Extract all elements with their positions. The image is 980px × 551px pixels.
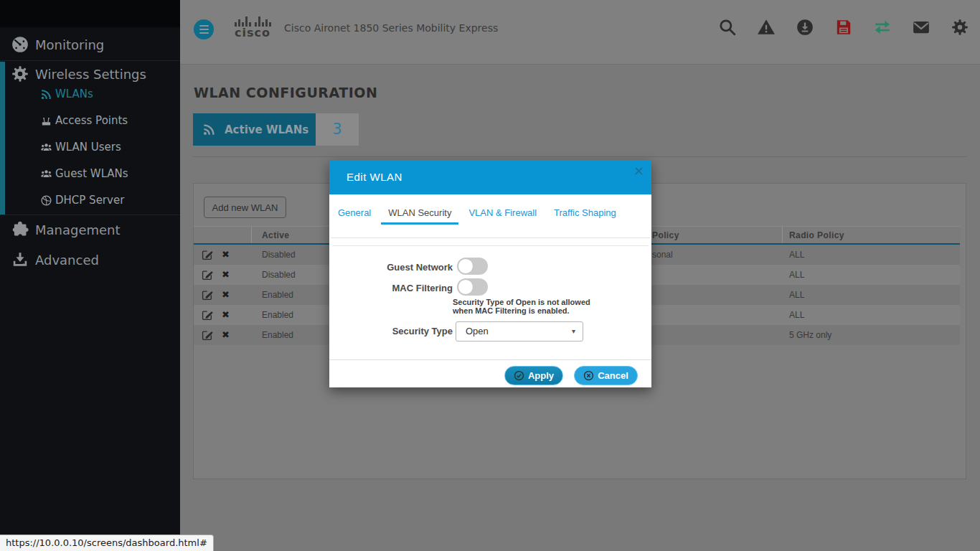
header-radio-policy: Radio Policy bbox=[783, 227, 960, 243]
rss-icon bbox=[40, 88, 52, 100]
sidebar-item-guest-wlans[interactable]: Guest WLANs bbox=[0, 164, 180, 184]
mail-icon[interactable] bbox=[912, 18, 930, 37]
top-action-icons bbox=[718, 18, 969, 37]
edit-wlan-icon[interactable] bbox=[202, 249, 213, 260]
sidebar-item-monitoring[interactable]: Monitoring bbox=[0, 32, 180, 57]
sidebar-item-label: Management bbox=[35, 222, 121, 237]
tab-label: Active WLANs bbox=[225, 123, 308, 136]
users-icon bbox=[40, 168, 52, 180]
tab-vlan-firewall[interactable]: VLAN & Firewall bbox=[461, 205, 544, 225]
sidebar-item-label: Wireless Settings bbox=[35, 67, 146, 82]
security-type-label: Security Type bbox=[329, 326, 453, 336]
edit-wlan-icon[interactable] bbox=[202, 289, 213, 301]
sidebar-item-dhcp-server[interactable]: DHCP Server bbox=[0, 190, 180, 210]
cell-policy bbox=[646, 325, 783, 345]
access-point-icon bbox=[40, 115, 52, 127]
security-type-value: Open bbox=[466, 326, 489, 336]
divider bbox=[331, 237, 650, 238]
add-new-wlan-button[interactable]: Add new WLAN bbox=[204, 197, 286, 218]
sidebar-item-label: WLANs bbox=[55, 88, 93, 100]
puzzle-icon bbox=[11, 220, 29, 239]
sidebar-item-management[interactable]: Management bbox=[0, 217, 180, 242]
sidebar-item-wlan-users[interactable]: WLAN Users bbox=[0, 137, 180, 157]
divider bbox=[329, 359, 651, 360]
cancel-button[interactable]: Cancel bbox=[574, 366, 638, 385]
users-icon bbox=[40, 141, 52, 154]
app-title: Cisco Aironet 1850 Series Mobility Expre… bbox=[284, 22, 498, 34]
cisco-logo-text: cisco bbox=[231, 27, 274, 39]
cell-policy bbox=[646, 285, 783, 305]
sidebar-item-label: WLAN Users bbox=[55, 141, 121, 154]
tab-traffic-shaping[interactable]: Traffic Shaping bbox=[547, 205, 623, 225]
security-warning-text: Security Type of Open is not allowed whe… bbox=[453, 298, 614, 315]
sidebar-top-strip bbox=[0, 0, 180, 27]
dhcp-icon bbox=[40, 194, 52, 207]
edit-wlan-icon[interactable] bbox=[202, 309, 213, 321]
guest-network-toggle[interactable] bbox=[457, 258, 488, 275]
sidebar-item-access-points[interactable]: Access Points bbox=[0, 110, 180, 131]
close-icon[interactable]: × bbox=[633, 163, 644, 178]
download-tray-icon bbox=[11, 250, 29, 269]
apply-button[interactable]: Apply bbox=[504, 366, 563, 385]
x-circle-icon bbox=[583, 370, 594, 381]
divider bbox=[0, 60, 180, 61]
delete-wlan-icon[interactable]: ✖ bbox=[222, 265, 230, 285]
tab-active-wlans[interactable]: Active WLANs bbox=[193, 113, 316, 146]
check-circle-icon bbox=[514, 370, 524, 381]
sidebar-item-advanced[interactable]: Advanced bbox=[0, 248, 180, 272]
cell-radio: ALL bbox=[783, 265, 960, 285]
delete-wlan-icon[interactable]: ✖ bbox=[222, 325, 230, 345]
header-policy: Policy bbox=[646, 227, 783, 243]
settings-gear-icon[interactable] bbox=[951, 18, 969, 37]
top-bar: cisco Cisco Aironet 1850 Series Mobility… bbox=[180, 0, 980, 65]
modal-title: Edit WLAN bbox=[347, 171, 402, 183]
edit-wlan-icon[interactable] bbox=[202, 269, 213, 281]
sidebar: Monitoring Wireless Settings WLANs Acces… bbox=[0, 0, 180, 551]
header-actions bbox=[194, 227, 252, 243]
delete-wlan-icon[interactable]: ✖ bbox=[222, 285, 230, 305]
modal-tabs: General WLAN Security VLAN & Firewall Tr… bbox=[331, 205, 626, 225]
delete-wlan-icon[interactable]: ✖ bbox=[222, 245, 230, 265]
delete-wlan-icon[interactable]: ✖ bbox=[222, 305, 230, 325]
cisco-logo-bars bbox=[231, 16, 274, 27]
browser-status-url: https://10.0.0.10/screens/dashboard.html… bbox=[0, 534, 214, 551]
modal-header: Edit WLAN × bbox=[329, 160, 651, 194]
transfer-icon[interactable] bbox=[873, 18, 892, 37]
alert-icon[interactable] bbox=[757, 18, 776, 37]
sidebar-item-label: Access Points bbox=[55, 114, 128, 127]
hamburger-menu-button[interactable] bbox=[194, 19, 214, 39]
sidebar-item-label: Advanced bbox=[35, 253, 99, 268]
divider bbox=[0, 215, 180, 215]
cell-policy bbox=[646, 305, 783, 325]
rss-icon bbox=[202, 123, 216, 136]
sidebar-item-label: Monitoring bbox=[35, 37, 104, 52]
tab-general[interactable]: General bbox=[331, 205, 378, 225]
cell-radio: ALL bbox=[783, 285, 960, 305]
tab-wlan-security[interactable]: WLAN Security bbox=[381, 205, 458, 225]
edit-wlan-icon[interactable] bbox=[202, 329, 213, 341]
download-icon[interactable] bbox=[796, 18, 814, 37]
edit-wlan-modal: Edit WLAN × General WLAN Security VLAN &… bbox=[329, 160, 651, 387]
cell-radio: 5 GHz only bbox=[783, 325, 960, 345]
chevron-down-icon: ▾ bbox=[572, 322, 575, 341]
divider bbox=[332, 245, 649, 246]
guest-network-label: Guest Network bbox=[329, 262, 453, 273]
mac-filtering-label: MAC Filtering bbox=[329, 283, 453, 293]
sidebar-item-label: DHCP Server bbox=[55, 194, 124, 207]
active-wlans-count: 3 bbox=[316, 113, 359, 146]
mac-filtering-toggle[interactable] bbox=[457, 278, 488, 296]
sidebar-item-label: Guest WLANs bbox=[55, 167, 128, 180]
cell-policy bbox=[646, 265, 783, 285]
cell-radio: ALL bbox=[783, 305, 960, 325]
cell-radio: ALL bbox=[783, 245, 960, 265]
save-icon[interactable] bbox=[834, 18, 853, 37]
gauge-icon bbox=[11, 35, 29, 54]
page-title: WLAN CONFIGURATION bbox=[194, 85, 377, 100]
divider bbox=[193, 156, 966, 157]
security-type-select[interactable]: Open ▾ bbox=[456, 321, 583, 342]
search-icon[interactable] bbox=[718, 18, 737, 37]
gear-icon bbox=[11, 65, 29, 83]
sidebar-item-wlans[interactable]: WLANs bbox=[0, 84, 180, 104]
sidebar-item-wireless-settings[interactable]: Wireless Settings bbox=[0, 62, 180, 86]
cisco-logo: cisco bbox=[231, 16, 274, 39]
